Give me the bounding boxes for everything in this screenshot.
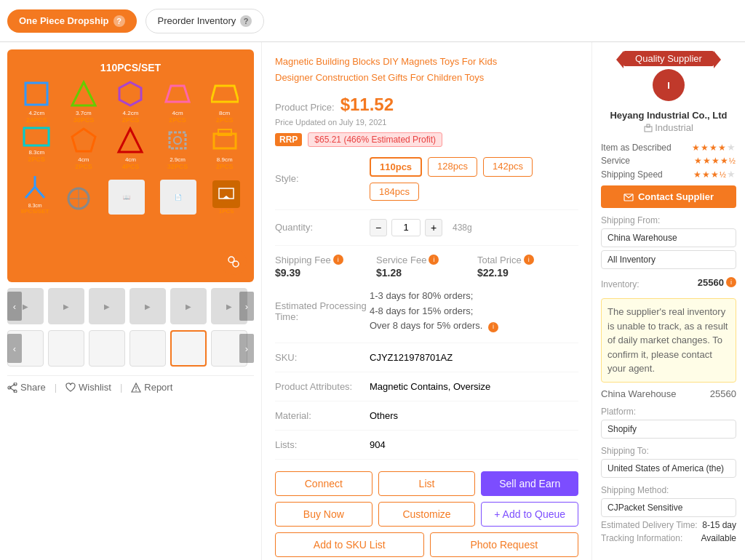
delivery-time-value: 8-15 day: [702, 520, 736, 530]
thumb2-2[interactable]: [48, 330, 84, 367]
svg-marker-1: [72, 82, 95, 105]
thumb-2[interactable]: ▶: [48, 288, 84, 324]
btn-row-3: Add to SKU List Photo Request: [275, 532, 578, 557]
share-link[interactable]: Share: [7, 382, 46, 393]
shipping-method-select[interactable]: CJPacket Sensitive: [601, 498, 736, 517]
processing-line2: 4-8 days for 15% orders;: [370, 304, 578, 319]
connect-button[interactable]: Connect: [275, 471, 372, 496]
sku-value: CJYZ121978701AZ: [370, 352, 578, 363]
style-184pcs[interactable]: 184pcs: [370, 183, 419, 201]
shape-trapezoid-pink: 4cm 2PCS: [164, 80, 191, 124]
all-inventory-select[interactable]: All Inventory: [601, 250, 736, 269]
style-142pcs[interactable]: 142pcs: [483, 157, 533, 177]
shape-booklet2: 📄: [160, 180, 196, 215]
qty-weight: 438g: [453, 223, 472, 233]
style-label: Style:: [275, 173, 370, 184]
buttons-section: Connect List Sell and Earn Buy Now Custo…: [275, 471, 578, 557]
supplier-avatar: I: [653, 69, 685, 101]
pcs-badge: 110PCS/SET: [15, 57, 247, 76]
tab-preorder-help[interactable]: ?: [240, 15, 252, 27]
thumb-3[interactable]: ▶: [89, 288, 125, 324]
attributes-row: Product Attributes: Magnetic Contains, O…: [275, 381, 578, 401]
product-main-image: 110PCS/SET 4.2cm 24PCS 3.7cm 30PCS: [7, 49, 254, 282]
shape-pentagon: 4cm 2PCS: [70, 127, 97, 170]
total-price-item: Total Price i $22.19: [477, 255, 578, 279]
platform-select[interactable]: Shopify: [601, 420, 736, 439]
rating-item-described: Item as Described ★★★★★: [601, 142, 736, 153]
thumb2-5[interactable]: [170, 330, 207, 367]
qty-input[interactable]: [391, 219, 421, 236]
price-row: Product Price: $11.52: [275, 95, 578, 115]
style-128pcs[interactable]: 128pcs: [428, 157, 477, 177]
quality-badge-container: Quality Supplier I: [624, 51, 714, 104]
thumb-prev-btn[interactable]: ‹: [7, 292, 22, 321]
shipping-method-label: Shipping Method:: [601, 485, 736, 495]
thumb2-prev-btn[interactable]: ‹: [7, 334, 22, 363]
shape-triangle2: 4cm 4PCS: [116, 127, 144, 170]
total-price-info-icon[interactable]: i: [524, 255, 534, 265]
thumb2-3[interactable]: [89, 330, 125, 367]
shipping-fee-info-icon[interactable]: i: [333, 255, 343, 265]
tracking-info-value: Available: [701, 533, 736, 543]
thumb-next-btn[interactable]: ›: [239, 292, 254, 321]
svg-marker-6: [72, 129, 95, 151]
service-label: Service: [601, 156, 630, 166]
thumb-5[interactable]: ▶: [170, 288, 207, 324]
qty-minus-btn[interactable]: −: [370, 219, 387, 236]
overlay-compare-icon[interactable]: [220, 249, 247, 275]
tab-preorder[interactable]: Preorder Inventory ?: [146, 9, 265, 33]
shape-sample-img: 1PCS: [212, 180, 240, 215]
tracking-row: Tracking Information: Available: [601, 533, 736, 543]
quality-label: Quality Supplier: [635, 53, 702, 64]
shapes-row-1: 4.2cm 24PCS 3.7cm 30PCS 4.2cm 2PCS: [15, 80, 247, 124]
warehouse-count: 25560: [710, 388, 736, 399]
shipping-fee-item: Shipping Fee i $9.39: [275, 255, 376, 279]
middle-panel: Magnetic Building Blocks DIY Magnets Toy…: [262, 42, 592, 560]
supplier-header: Quality Supplier I Heyang Industrial Co.…: [601, 51, 736, 133]
quantity-control: − + 438g: [370, 219, 578, 236]
sell-earn-button[interactable]: Sell and Earn: [481, 471, 578, 496]
contact-supplier-btn[interactable]: Contact Supplier: [601, 185, 736, 208]
add-sku-button[interactable]: Add to SKU List: [275, 532, 424, 557]
report-label: Report: [144, 382, 172, 393]
customize-button[interactable]: Customize: [378, 502, 476, 527]
qty-plus-btn[interactable]: +: [425, 219, 442, 236]
header-tabs: One Piece Dropship ? Preorder Inventory …: [0, 0, 745, 42]
sep-2: |: [120, 382, 122, 393]
product-title-line1: Magnetic Building Blocks DIY Magnets Toy…: [275, 56, 497, 67]
photo-request-button[interactable]: Photo Request: [430, 532, 579, 557]
list-button[interactable]: List: [378, 471, 476, 496]
qty-stepper: − + 438g: [370, 219, 578, 236]
attributes-label: Product Attributes:: [275, 381, 370, 392]
shape-rect: 8.3cm 2PCS: [23, 127, 50, 170]
shipping-to-select[interactable]: United States of America (the): [601, 459, 736, 478]
thumb2-next-btn[interactable]: ›: [239, 334, 254, 363]
product-title: Magnetic Building Blocks DIY Magnets Toy…: [275, 53, 578, 86]
attributes-value: Magnetic Contains, Oversize: [370, 381, 578, 392]
style-110pcs[interactable]: 110pcs: [370, 157, 422, 177]
service-fee-info-icon[interactable]: i: [429, 255, 439, 265]
shape-hexagon: 4.2cm 2PCS: [116, 80, 144, 124]
buy-now-button[interactable]: Buy Now: [275, 502, 372, 527]
tab-one-piece-help[interactable]: ?: [113, 15, 125, 27]
tab-one-piece[interactable]: One Piece Dropship ?: [7, 9, 137, 33]
supplier-type: Industrial: [601, 122, 736, 133]
processing-row: Estimated Processing Time: 1-3 days for …: [275, 289, 578, 343]
lists-label: Lists:: [275, 439, 370, 450]
thumb-4[interactable]: ▶: [130, 288, 166, 324]
total-price-value: $22.19: [477, 267, 578, 279]
svg-point-21: [233, 261, 239, 267]
rrp-badge: RRP: [275, 133, 302, 146]
processing-info-icon[interactable]: i: [488, 322, 498, 332]
sku-label: SKU:: [275, 352, 370, 363]
thumb2-4[interactable]: [130, 330, 166, 367]
inventory-info-icon[interactable]: i: [726, 277, 736, 287]
shipping-fee-value: $9.39: [275, 267, 376, 279]
add-queue-button[interactable]: + Add to Queue: [481, 502, 578, 527]
wishlist-link[interactable]: Wishlist: [65, 382, 111, 393]
report-link[interactable]: Report: [131, 382, 172, 393]
total-price-label: Total Price i: [477, 255, 578, 265]
svg-marker-2: [119, 82, 141, 105]
style-options: 110pcs 128pcs 142pcs 184pcs: [370, 157, 578, 201]
shipping-from-select[interactable]: China Warehouse: [601, 228, 736, 247]
